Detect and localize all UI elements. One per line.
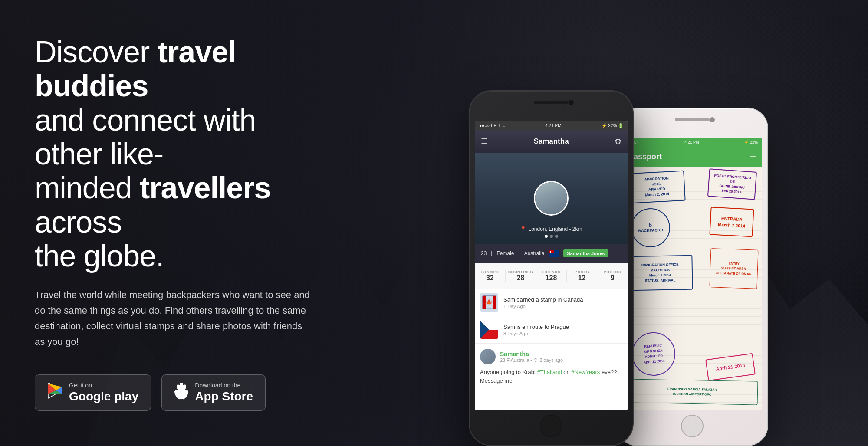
home-button-left[interactable] [540, 415, 562, 437]
stamp-oman: ENTRYSEED INT·ARBN·SULTANATE OF OMAN [709, 248, 758, 289]
p2-app-header: Passport + [622, 147, 762, 167]
profile-name-badge: Samantha Jones [563, 249, 608, 257]
post-header: Samantha 23 F Australia • ⏱ 2 days ago [480, 349, 622, 364]
stat-stamps: STAMPS 32 [475, 270, 506, 282]
phone-screen-profile: ●●○○ BELL ≈ 4:21 PM ⚡ 22% 🔋 ☰ Samantha ⚙ [475, 121, 628, 410]
posts-value: 12 [578, 274, 586, 282]
app-store-main-label: App Store [195, 389, 253, 404]
stamps-value: 32 [486, 274, 494, 282]
photos-label: PHOTOS [604, 270, 621, 274]
google-play-button[interactable]: Get it on Google play [35, 374, 151, 411]
dot-1 [545, 235, 548, 238]
phone-speaker-right [675, 118, 710, 121]
right-panel: ●●○○ BELL ≈ 4:21 PM ⚡ 22% 🔋 ☰ Samantha ⚙ [347, 0, 868, 446]
p1-battery: ⚡ 22% 🔋 [602, 123, 623, 128]
stamp-entrada-text: ENTRADAMarch 7 2014 [718, 215, 746, 229]
p1-app-header: ☰ Samantha ⚙ [475, 130, 628, 153]
stamp-korea-text: REPUBLICOF KOREAADMITTEDApril 11 2014 [642, 343, 665, 365]
photos-value: 9 [611, 274, 615, 282]
backpackr-text: BACKPACKR [638, 228, 663, 234]
app-store-button[interactable]: Download on the App Store [161, 374, 266, 411]
p1-stats-bar: STAMPS 32 COUNTRIES 28 FRIENDS 128 [475, 263, 628, 289]
friends-label: FRIENDS [542, 270, 560, 274]
stamp-guinebissau: POSTO FRONTEIRICODEGUINE-BISSAUFeb 26 20… [707, 168, 757, 200]
australia-flag [549, 250, 559, 257]
countries-value: 28 [516, 274, 524, 282]
czech-flag-thumb [480, 321, 498, 339]
stamp-oman-text: ENTRYSEED INT·ARBN·SULTANATE OF OMAN [716, 261, 752, 277]
svg-text:🍁: 🍁 [486, 299, 493, 306]
p1-activity-feed: 🍁 Sam earned a stamp in Canada 1 Day Ago [475, 289, 628, 390]
phone-camera-right [710, 117, 715, 122]
stamp-backpackr: b BACKPACKR [630, 207, 671, 248]
pipe-separator: | [491, 250, 492, 256]
svg-point-5 [180, 383, 183, 386]
settings-icon[interactable]: ⚙ [615, 137, 621, 146]
stamp-mauritius-text: IMMIGRATION OFFICEMAURITIUSMarch 1 2014S… [641, 262, 679, 283]
hamburger-icon[interactable]: ☰ [481, 138, 488, 145]
apple-icon [174, 383, 189, 403]
stamp-korea: REPUBLICOF KOREAADMITTEDApril 11 2014 [631, 331, 677, 377]
feed-item-canada: 🍁 Sam earned a stamp in Canada 1 Day Ago [475, 289, 628, 316]
profile-avatar [534, 181, 569, 216]
home-button-right[interactable] [681, 415, 704, 437]
stamp-entrada: ENTRADAMarch 7 2014 [709, 207, 754, 237]
feed-content-canada: Sam earned a stamp in Canada 1 Day Ago [503, 296, 622, 309]
google-play-text: Get it on Google play [69, 382, 138, 403]
phone-speaker-left [534, 101, 569, 104]
p2-status-bar: BELL ≈ 4:21 PM ⚡ 22% [622, 138, 762, 147]
headline-bold-2: travellers [140, 171, 270, 205]
p1-info-bar: 23 | Female | Australia [475, 244, 628, 263]
backpackr-b: b [649, 222, 652, 229]
stamp-guatemala-text: FRANCISCO GARCIA SALAZARINCHEON AIRPORT … [667, 387, 717, 397]
photo-dots [545, 235, 558, 238]
stamp-immigration: IMMIGRATION#246ARRIVEDMarch 2, 2014 [628, 171, 685, 204]
stamp-immigration-text: IMMIGRATION#246ARRIVEDMarch 2, 2014 [644, 176, 670, 198]
dot-3 [555, 235, 558, 238]
google-play-top-label: Get it on [69, 382, 138, 389]
posts-label: POSTS [575, 270, 589, 274]
location-text: London, England - 2km [528, 226, 582, 232]
stamp-guinebissau-text: POSTO FRONTEIRICODEGUINE-BISSAUFeb 26 20… [713, 173, 751, 195]
post-author-name: Samantha [500, 351, 622, 357]
app-store-top-label: Download on the [195, 382, 253, 389]
svg-rect-7 [483, 296, 486, 309]
stat-photos: PHOTOS 9 [597, 270, 628, 282]
google-play-icon [47, 383, 63, 403]
feed-item-prague: Sam is en route to Prague 8 Days Ago [475, 316, 628, 344]
dot-2 [550, 235, 553, 238]
p1-carrier: ●●○○ BELL ≈ [479, 123, 505, 128]
svg-rect-8 [493, 296, 496, 309]
post-avatar [480, 349, 496, 364]
headline-bold-1: travel buddies [35, 35, 236, 103]
friends-value: 128 [546, 274, 557, 282]
add-stamp-button[interactable]: + [750, 151, 756, 163]
content-wrapper: Discover travel buddies and connect with… [0, 0, 868, 446]
post-author-details: 23 F Australia • ⏱ 2 days ago [500, 357, 622, 363]
feed-time-prague: 8 Days Ago [503, 331, 622, 336]
stamp-april-text: April 21 2014 [716, 362, 746, 371]
post-meta: Samantha 23 F Australia • ⏱ 2 days ago [500, 351, 622, 363]
pipe-separator-2: | [519, 250, 520, 256]
countries-label: COUNTRIES [508, 270, 533, 274]
p1-status-bar: ●●○○ BELL ≈ 4:21 PM ⚡ 22% 🔋 [475, 121, 628, 130]
avatar-image [535, 182, 567, 214]
stamps-container: IMMIGRATION#246ARRIVEDMarch 2, 2014 POST… [622, 167, 762, 410]
profile-age: 23 [481, 250, 487, 256]
app-store-text: Download on the App Store [195, 382, 253, 403]
store-buttons: Get it on Google play Download on the Ap… [35, 374, 312, 411]
phone-camera-left [569, 100, 574, 105]
post-text-content: Anyone going to Krabi #Thailand on #NewY… [480, 368, 622, 385]
p2-battery: ⚡ 22% [744, 140, 758, 144]
left-panel: Discover travel buddies and connect with… [0, 9, 347, 437]
stamp-guatemala: FRANCISCO GARCIA SALAZARINCHEON AIRPORT … [627, 379, 758, 405]
passport-background: IMMIGRATION#246ARRIVEDMarch 2, 2014 POST… [622, 167, 762, 410]
phone-profile: ●●○○ BELL ≈ 4:21 PM ⚡ 22% 🔋 ☰ Samantha ⚙ [469, 90, 634, 446]
profile-gender: Female [496, 250, 514, 256]
stamp-mauritius: IMMIGRATION OFFICEMAURITIUSMarch 1 2014S… [627, 255, 693, 291]
feed-content-prague: Sam is en route to Prague 8 Days Ago [503, 324, 622, 336]
location-pin-icon: 📍 [520, 226, 526, 232]
stamps-label: STAMPS [481, 270, 499, 274]
p1-header-title: Samantha [533, 137, 569, 146]
phone-passport: BELL ≈ 4:21 PM ⚡ 22% Passport + [616, 108, 768, 446]
